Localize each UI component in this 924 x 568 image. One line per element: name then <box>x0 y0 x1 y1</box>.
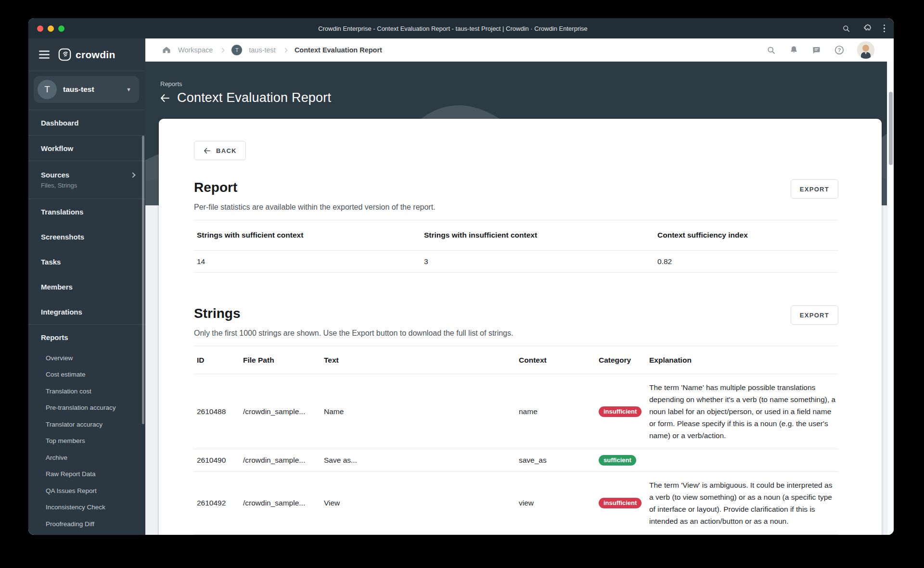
sidebar-item-integrations[interactable]: Integrations <box>28 299 145 324</box>
stats-col-index: Context sufficiency index <box>654 231 838 240</box>
cell-context: save_as <box>516 450 596 470</box>
cell-id: 2610490 <box>194 450 240 470</box>
breadcrumb-current: Context Evaluation Report <box>295 46 382 54</box>
sidebar-subitem-translation-cost[interactable]: Translation cost <box>28 383 145 400</box>
svg-text:?: ? <box>838 47 841 53</box>
sidebar-item-sublabel: Files, Strings <box>41 182 135 189</box>
report-section-header: Report EXPORT <box>194 179 838 199</box>
chevron-right-icon <box>130 172 135 177</box>
strings-header-row: ID File Path Text Context Category Expla… <box>194 346 838 374</box>
sidebar-item-label: Tasks <box>41 258 61 266</box>
sidebar-subitem-translator-accuracy[interactable]: Translator accuracy <box>28 416 145 433</box>
sidebar: crowdin T taus-test ▼ Dashboard Workflow <box>28 38 145 535</box>
chevron-right-icon <box>220 48 225 52</box>
cell-category: insufficient <box>596 492 646 514</box>
strings-section-title: Strings <box>194 305 240 322</box>
stats-col-insufficient: Strings with insufficient context <box>421 231 654 240</box>
stats-col-sufficient: Strings with sufficient context <box>194 231 421 240</box>
sidebar-subitem-archive[interactable]: Archive <box>28 449 145 466</box>
strings-table: ID File Path Text Context Category Expla… <box>194 346 838 535</box>
export-button-label: EXPORT <box>800 312 829 319</box>
sidebar-item-label: Dashboard <box>41 119 78 127</box>
page-back-arrow-icon[interactable] <box>159 92 171 104</box>
export-button-label: EXPORT <box>800 186 829 193</box>
project-name: taus-test <box>63 85 120 94</box>
stats-value-insufficient: 3 <box>421 257 654 266</box>
home-icon[interactable] <box>162 45 171 55</box>
col-file-path: File Path <box>240 356 321 365</box>
page-title: Context Evaluation Report <box>177 90 331 105</box>
stats-header-row: Strings with sufficient context Strings … <box>194 220 838 251</box>
sidebar-subitem-cost-estimate[interactable]: Cost estimate <box>28 366 145 383</box>
cell-text: Name <box>321 402 516 422</box>
sidebar-item-screenshots[interactable]: Screenshots <box>28 224 145 249</box>
strings-export-button[interactable]: EXPORT <box>791 305 838 325</box>
browser-menu-icon[interactable] <box>884 25 886 33</box>
cell-file-path: /crowdin_sample... <box>240 402 321 422</box>
cell-text: Save as... <box>321 450 516 470</box>
sidebar-item-workflow[interactable]: Workflow <box>28 136 145 161</box>
cell-category: insufficient <box>596 401 646 423</box>
sidebar-item-label: Reports <box>41 333 68 341</box>
minimize-window-button[interactable] <box>48 25 54 32</box>
help-icon[interactable]: ? <box>834 45 845 55</box>
col-category: Category <box>596 356 646 365</box>
col-text: Text <box>321 356 516 365</box>
browser-titlebar: Crowdin Enterprise - Context Evaluation … <box>28 18 894 38</box>
sidebar-subitem-qa-issues-report[interactable]: QA Issues Report <box>28 482 145 499</box>
cell-text: View <box>321 493 516 513</box>
cell-category: sufficient <box>596 449 646 471</box>
cell-id: 2610492 <box>194 493 240 513</box>
notifications-bell-icon[interactable] <box>789 45 799 55</box>
breadcrumb-workspace[interactable]: Workspace <box>178 46 213 54</box>
back-arrow-icon <box>203 147 211 155</box>
report-export-button[interactable]: EXPORT <box>791 179 838 199</box>
col-id: ID <box>194 356 240 365</box>
user-avatar[interactable] <box>857 41 874 59</box>
page-scrollbar-thumb[interactable] <box>889 92 893 165</box>
cell-explanation: The term 'View' is ambiguous. It could b… <box>646 472 838 534</box>
sidebar-scrollbar[interactable] <box>142 136 144 424</box>
crowdin-logo[interactable]: crowdin <box>58 48 116 61</box>
back-button-label: BACK <box>216 147 237 154</box>
sidebar-subitem-inconsistency-check[interactable]: Inconsistency Check <box>28 499 145 516</box>
sidebar-item-reports[interactable]: Reports <box>28 325 145 350</box>
sidebar-subitem-pre-translation-accuracy[interactable]: Pre-translation accuracy <box>28 400 145 417</box>
extensions-icon[interactable] <box>862 24 872 33</box>
status-badge: insufficient <box>599 406 642 417</box>
sidebar-subitem-proofreading-diff[interactable]: Proofreading Diff <box>28 516 145 532</box>
sidebar-item-translations[interactable]: Translations <box>28 199 145 224</box>
maximize-window-button[interactable] <box>58 25 64 32</box>
breadcrumb-project[interactable]: taus-test <box>249 46 276 54</box>
project-selector[interactable]: T taus-test ▼ <box>34 76 139 103</box>
cell-explanation <box>646 453 838 467</box>
table-row: 2610492 /crowdin_sample... View view ins… <box>194 472 838 535</box>
stats-value-index: 0.82 <box>654 257 838 266</box>
caret-down-icon: ▼ <box>126 87 131 92</box>
sidebar-item-dashboard[interactable]: Dashboard <box>28 110 145 135</box>
crowdin-logo-icon <box>58 48 71 61</box>
hamburger-menu-icon[interactable] <box>39 50 50 59</box>
chevron-right-icon <box>282 48 287 52</box>
sidebar-item-tasks[interactable]: Tasks <box>28 249 145 274</box>
sidebar-subitem-top-members[interactable]: Top members <box>28 433 145 450</box>
col-context: Context <box>516 356 596 365</box>
browser-window: Crowdin Enterprise - Context Evaluation … <box>28 18 894 535</box>
sidebar-item-sources[interactable]: Sources Files, Strings <box>28 161 145 199</box>
sidebar-item-members[interactable]: Members <box>28 274 145 299</box>
page-scrollbar[interactable] <box>887 62 894 535</box>
search-icon[interactable] <box>766 45 776 55</box>
sidebar-item-label: Sources <box>41 171 69 179</box>
cell-file-path: /crowdin_sample... <box>240 493 321 513</box>
close-window-button[interactable] <box>37 25 43 32</box>
browser-search-icon[interactable] <box>842 24 851 33</box>
reports-submenu: Overview Cost estimate Translation cost … <box>28 350 145 532</box>
sidebar-subitem-overview[interactable]: Overview <box>28 350 145 366</box>
sidebar-item-label: Screenshots <box>41 233 84 241</box>
stats-value-row: 14 3 0.82 <box>194 251 838 273</box>
crowdin-wordmark: crowdin <box>76 49 116 61</box>
sidebar-subitem-raw-report-data[interactable]: Raw Report Data <box>28 466 145 483</box>
back-button[interactable]: BACK <box>194 141 246 160</box>
sidebar-item-label: Workflow <box>41 144 73 152</box>
messages-icon[interactable] <box>811 45 821 55</box>
